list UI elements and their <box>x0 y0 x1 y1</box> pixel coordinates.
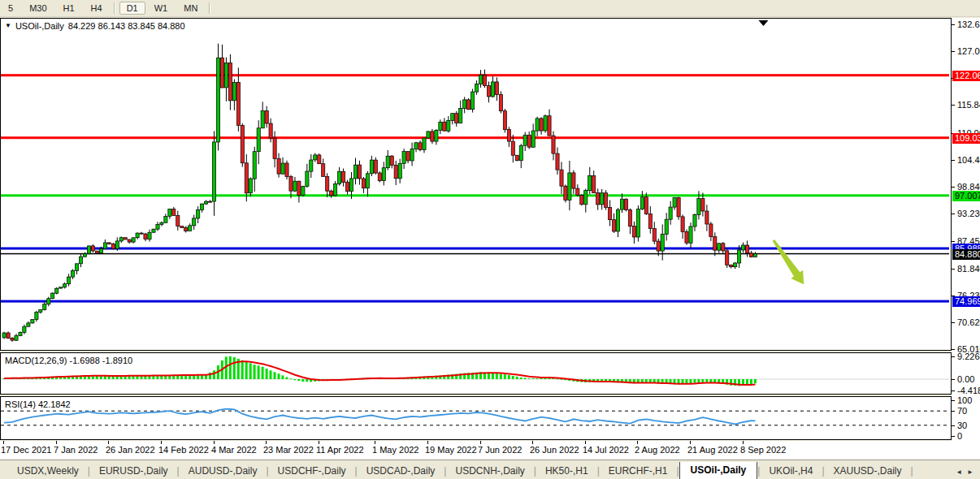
tab-usdcnh-daily[interactable]: USDCNH-,Daily <box>446 463 533 479</box>
macd-label: MACD(12,26,9) -1.6988 -1.8910 <box>5 356 132 365</box>
candle-body <box>657 241 660 251</box>
price-axis[interactable]: 132.670127.060121.450115.840110.060104.4… <box>952 18 980 460</box>
candle-body <box>398 163 401 178</box>
tab-audusd-daily[interactable]: AUDUSD-,Daily <box>180 463 267 479</box>
level-line-97.007[interactable] <box>1 194 949 196</box>
level-line-85.988[interactable] <box>1 248 949 250</box>
candle-body <box>640 197 644 209</box>
date-tick <box>3 441 4 444</box>
candle-body <box>43 304 46 310</box>
price-tick-115.840: 115.840 <box>957 100 980 110</box>
candle-body <box>613 220 616 231</box>
macd-axis-0.00: 0.00 <box>957 374 974 384</box>
candle-body <box>531 131 535 147</box>
chart-title-collapse-icon[interactable]: ▼ <box>5 23 11 29</box>
macd-indicator-pane[interactable]: MACD(12,26,9) -1.6988 -1.8910 <box>0 352 952 395</box>
candle-body <box>648 214 652 228</box>
rsi-canvas[interactable] <box>1 397 949 438</box>
candle-body <box>536 119 539 131</box>
candle-body <box>661 234 664 251</box>
candle-body <box>306 171 309 187</box>
tab-hk50-h1[interactable]: HK50-,H1 <box>536 463 597 479</box>
tab-eurusd-daily[interactable]: EURUSD-,Daily <box>90 463 177 479</box>
candle-body <box>197 210 200 218</box>
level-line-74.969[interactable] <box>1 300 949 303</box>
date-axis[interactable]: 17 Dec 20217 Jan 202226 Jan 202214 Feb 2… <box>0 441 952 460</box>
date-tick <box>319 441 319 444</box>
candle-body <box>499 95 502 111</box>
timeframe-button-w1[interactable]: W1 <box>147 2 176 15</box>
candle-body <box>624 199 627 209</box>
chart-title: ▼ USOil-,Daily 84.229 86.143 83.845 84.8… <box>5 21 185 31</box>
level-line-122.066[interactable] <box>1 74 949 76</box>
tab-usdx-weekly[interactable]: USDX,Weekly <box>8 463 88 479</box>
axis-tick <box>952 391 955 391</box>
tab-ukoil-h4[interactable]: UKOil-,H4 <box>760 463 822 479</box>
candle-body <box>201 204 204 209</box>
candle-body <box>115 241 119 249</box>
candle-body <box>245 163 248 193</box>
timeframe-button-mn[interactable]: MN <box>176 2 205 15</box>
macd-histogram-bar <box>750 379 752 384</box>
candle-body <box>487 86 490 97</box>
tab-usdchf-daily[interactable]: USDCHF-,Daily <box>269 463 355 479</box>
candle-body <box>495 82 498 95</box>
macd-histogram-bar <box>245 362 248 380</box>
candle-body <box>330 191 333 196</box>
date-tick <box>690 441 691 444</box>
candle-body <box>749 253 752 257</box>
date-label: 1 May 2022 <box>372 445 418 455</box>
chart-shift-triangle-icon[interactable] <box>758 20 768 26</box>
timeframe-button-d1[interactable]: D1 <box>119 2 145 15</box>
price-tick-104.450: 104.450 <box>957 155 980 165</box>
timeframe-button-5[interactable]: 5 <box>1 2 20 15</box>
axis-tick <box>952 411 955 412</box>
rsi-indicator-pane[interactable]: RSI(14) 42.1842 <box>0 396 952 440</box>
tab-usoil-daily[interactable]: USOil-,Daily <box>679 462 758 479</box>
candle-body <box>209 201 212 202</box>
macd-histogram-bar <box>492 373 494 379</box>
date-tick <box>532 441 533 444</box>
macd-histogram-bar <box>301 379 304 382</box>
candlestick-chart-canvas[interactable] <box>1 19 949 348</box>
date-label: 14 Feb 2022 <box>158 445 209 455</box>
tab-xauusd-daily[interactable]: XAUUSD-,Daily <box>825 463 911 479</box>
sell-direction-arrow[interactable] <box>773 240 804 284</box>
candle-body <box>124 238 127 240</box>
timeframe-button-h1[interactable]: H1 <box>56 2 82 15</box>
candle-body <box>616 209 619 231</box>
rsi-axis-100: 100 <box>957 395 972 405</box>
level-price-label-74.969: 74.969 <box>952 296 980 307</box>
macd-histogram-bar <box>512 376 514 379</box>
date-label: 11 Apr 2022 <box>316 445 364 455</box>
candle-body <box>228 63 232 101</box>
candle-body <box>95 251 98 253</box>
candle-body <box>753 254 757 257</box>
timeframe-button-m30[interactable]: M30 <box>22 2 54 15</box>
candle-body <box>410 149 414 162</box>
tab-eurchf-h1[interactable]: EURCHF-,H1 <box>600 463 677 479</box>
tab-scroll-right-icon[interactable]: ► <box>967 468 973 476</box>
candle-body <box>128 240 131 242</box>
candle-body <box>11 339 14 341</box>
date-label: 26 Jan 2022 <box>106 445 155 455</box>
candle-body <box>136 233 139 238</box>
timeframe-button-h4[interactable]: H4 <box>84 2 110 15</box>
candle-body <box>406 152 410 161</box>
date-label: 17 Dec 2021 <box>1 445 51 455</box>
candle-body <box>39 310 42 313</box>
price-chart-pane[interactable]: ▼ USOil-,Daily 84.229 86.143 83.845 84.8… <box>0 18 952 351</box>
candle-body <box>605 193 608 208</box>
candle-body <box>216 58 219 142</box>
date-tick <box>161 441 162 444</box>
candle-body <box>374 160 377 173</box>
tab-usdcad-daily[interactable]: USDCAD-,Daily <box>358 463 444 479</box>
candle-body <box>132 238 135 242</box>
macd-histogram-bar <box>516 377 518 379</box>
level-line-109.036[interactable] <box>1 136 949 139</box>
candle-body <box>261 111 264 128</box>
tab-scroll-left-icon[interactable]: ◄ <box>956 468 962 476</box>
date-tick <box>375 441 375 444</box>
macd-canvas[interactable] <box>1 353 949 392</box>
date-tick <box>480 441 481 444</box>
